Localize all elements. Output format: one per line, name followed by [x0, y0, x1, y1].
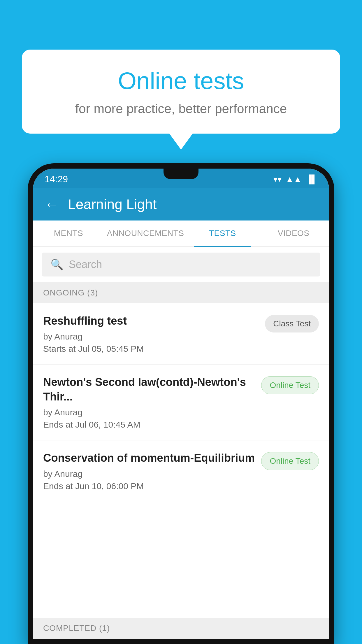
- tab-tests[interactable]: TESTS: [187, 220, 258, 246]
- status-icons: ▾▾ ▲▲ ▐▌: [273, 174, 317, 184]
- test-name-1: Reshuffling test: [43, 314, 259, 328]
- app-bar-title: Learning Light: [68, 196, 157, 212]
- speech-bubble: Online tests for more practice, better p…: [22, 50, 340, 134]
- ongoing-section-header: ONGOING (3): [33, 282, 329, 303]
- test-date-2: Ends at Jul 06, 10:45 AM: [43, 420, 255, 430]
- wifi-icon: ▾▾: [273, 174, 282, 184]
- signal-icon: ▲▲: [286, 175, 302, 184]
- test-date-1: Starts at Jul 05, 05:45 PM: [43, 344, 259, 354]
- test-author-1: by Anurag: [43, 332, 259, 342]
- test-info-1: Reshuffling test by Anurag Starts at Jul…: [43, 314, 259, 354]
- test-name-2: Newton's Second law(contd)-Newton's Thir…: [43, 375, 255, 404]
- phone-frame: 14:29 ▾▾ ▲▲ ▐▌ ← Learning Light MENTS AN…: [28, 163, 334, 644]
- test-date-3: Ends at Jun 10, 06:00 PM: [43, 481, 255, 491]
- tab-announcements[interactable]: ANNOUNCEMENTS: [104, 220, 187, 246]
- search-icon: 🔍: [50, 258, 64, 271]
- search-input-placeholder[interactable]: Search: [69, 258, 102, 271]
- test-list: Reshuffling test by Anurag Starts at Jul…: [33, 303, 329, 618]
- tab-assignments[interactable]: MENTS: [33, 220, 104, 246]
- bubble-title: Online tests: [45, 67, 317, 94]
- tab-bar: MENTS ANNOUNCEMENTS TESTS VIDEOS: [33, 220, 329, 247]
- test-author-2: by Anurag: [43, 407, 255, 417]
- bubble-subtitle: for more practice, better performance: [45, 102, 317, 116]
- test-item-3[interactable]: Conservation of momentum-Equilibrium by …: [33, 440, 329, 502]
- test-item-1[interactable]: Reshuffling test by Anurag Starts at Jul…: [33, 303, 329, 365]
- tab-videos[interactable]: VIDEOS: [258, 220, 329, 246]
- test-author-3: by Anurag: [43, 469, 255, 479]
- status-time: 14:29: [45, 174, 68, 185]
- test-item-2[interactable]: Newton's Second law(contd)-Newton's Thir…: [33, 365, 329, 440]
- test-badge-3: Online Test: [261, 452, 319, 470]
- test-name-3: Conservation of momentum-Equilibrium: [43, 451, 255, 465]
- app-bar: ← Learning Light: [33, 188, 329, 220]
- phone-notch: [164, 169, 198, 179]
- battery-icon: ▐▌: [306, 175, 317, 184]
- phone-screen: 14:29 ▾▾ ▲▲ ▐▌ ← Learning Light MENTS AN…: [33, 169, 329, 639]
- test-info-3: Conservation of momentum-Equilibrium by …: [43, 451, 255, 491]
- search-box[interactable]: 🔍 Search: [42, 253, 320, 276]
- search-container: 🔍 Search: [33, 247, 329, 282]
- test-badge-2: Online Test: [261, 376, 319, 394]
- back-button[interactable]: ←: [45, 196, 59, 212]
- test-badge-1: Class Test: [265, 315, 319, 332]
- completed-section-header: COMPLETED (1): [33, 618, 329, 639]
- test-info-2: Newton's Second law(contd)-Newton's Thir…: [43, 375, 255, 430]
